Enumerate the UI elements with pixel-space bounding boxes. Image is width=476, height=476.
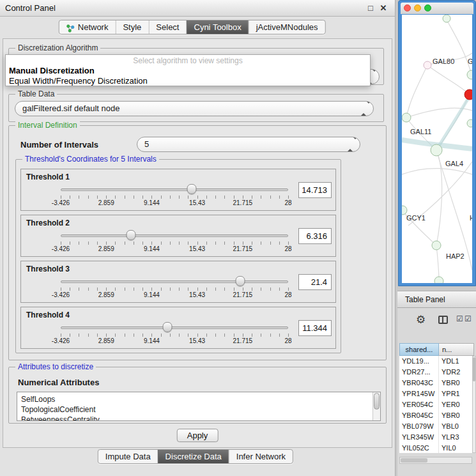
slider-handle[interactable] — [187, 184, 197, 194]
list-item[interactable]: SelfLoops — [17, 394, 380, 404]
node[interactable] — [443, 15, 450, 22]
columns-icon[interactable] — [438, 316, 448, 324]
threshold-2-value-field[interactable] — [298, 228, 332, 244]
selected-node[interactable] — [464, 89, 472, 100]
cell[interactable]: YIL0 — [439, 443, 471, 453]
scale-label: 21.715 — [233, 337, 253, 344]
number-of-intervals-combobox[interactable]: 5 — [137, 137, 360, 152]
slider-scale: -3.426 2.859 9.144 15.43 21.715 28 — [61, 337, 288, 345]
cell[interactable]: YLR345W — [399, 432, 439, 443]
tab-discretize-data[interactable]: Discretize Data — [158, 450, 229, 463]
cell[interactable]: YER0 — [439, 399, 471, 410]
table-row[interactable]: YLR345WYLR3 — [399, 432, 472, 443]
window-title: Control Panel — [5, 0, 56, 16]
threshold-1-slider[interactable] — [61, 183, 288, 195]
titlebar: Control Panel □ ✕ — [0, 0, 395, 17]
slider-track[interactable] — [61, 326, 288, 329]
node[interactable] — [467, 119, 472, 127]
table-row[interactable]: YDR27...YDR2 — [399, 367, 472, 378]
scrollbar-thumb[interactable] — [401, 458, 427, 463]
threshold-4-slider[interactable] — [61, 321, 288, 333]
table-row[interactable]: YIL052CYIL0 — [399, 443, 472, 453]
threshold-3-panel: Threshold 3 -3.426 2.859 9.144 15.43 21.… — [20, 261, 336, 303]
slider-handle[interactable] — [163, 322, 173, 332]
table-data-combobox[interactable]: galFiltered.sif default node — [15, 101, 374, 116]
scale-label: 28 — [284, 199, 291, 206]
threshold-4-value-field[interactable] — [298, 320, 332, 336]
tab-infer-network[interactable]: Infer Network — [229, 450, 293, 463]
cell[interactable]: YBR045C — [399, 410, 439, 421]
zoom-traffic-light-icon[interactable] — [424, 4, 431, 12]
scrollbar-thumb[interactable] — [374, 393, 380, 410]
node[interactable] — [434, 277, 443, 283]
node[interactable] — [431, 144, 442, 156]
tab-impute-data[interactable]: Impute Data — [98, 450, 158, 463]
select-all-icon[interactable]: ☑ — [456, 314, 463, 323]
scale-label: 9.144 — [144, 199, 160, 206]
tab-style[interactable]: Style — [115, 20, 148, 34]
slider-track[interactable] — [61, 188, 288, 191]
network-canvas[interactable]: GAL80 GA GAL11 GAL4 GCY1 H HAP2 — [402, 15, 472, 283]
node[interactable] — [402, 113, 411, 122]
threshold-2-slider[interactable] — [61, 229, 288, 241]
close-traffic-light-icon[interactable] — [404, 4, 411, 12]
table-row[interactable]: YDL19...YDL1 — [399, 356, 472, 367]
minimize-traffic-light-icon[interactable] — [414, 4, 421, 12]
network-window-titlebar[interactable] — [401, 3, 473, 14]
close-icon[interactable]: ✕ — [378, 0, 388, 16]
group-title: Interval Definition — [15, 121, 80, 130]
dropdown-option-manual[interactable]: Manual Discretization — [6, 66, 370, 76]
slider-handle[interactable] — [236, 276, 245, 286]
node[interactable] — [402, 206, 407, 215]
cell[interactable]: YDL19... — [399, 356, 439, 367]
cell[interactable]: YDR27... — [399, 367, 439, 378]
slider-handle[interactable] — [127, 230, 136, 240]
node[interactable] — [424, 61, 431, 69]
tab-jactivemnodules[interactable]: jActiveMNodules — [249, 20, 325, 34]
select-mode-icon[interactable]: ☑ — [464, 314, 472, 323]
cell[interactable]: YBR0 — [439, 378, 471, 388]
slider-track[interactable] — [61, 280, 288, 283]
dropdown-option-equal-width[interactable]: Equal Width/Frequency Discretization — [6, 76, 370, 86]
column-header-name[interactable]: n... — [439, 343, 474, 356]
threshold-3-value-field[interactable] — [298, 274, 332, 290]
tab-network[interactable]: Network — [59, 20, 116, 34]
table-row[interactable]: YER054CYER0 — [399, 399, 472, 410]
cell[interactable]: YBL0 — [439, 421, 471, 432]
table-vertical-scrollbar[interactable] — [472, 356, 476, 453]
scale-label: 15.43 — [189, 337, 205, 344]
table-body[interactable]: YDL19...YDL1 YDR27...YDR2 YBR043CYBR0 YP… — [399, 356, 472, 453]
cell[interactable]: YDL1 — [439, 356, 471, 367]
table-horizontal-scrollbar[interactable] — [399, 457, 472, 464]
apply-button[interactable]: Apply — [177, 429, 219, 442]
cell[interactable]: YER054C — [399, 399, 439, 410]
cell[interactable]: YDR2 — [439, 367, 471, 378]
attributes-list[interactable]: SelfLoops TopologicalCoefficient Between… — [17, 392, 381, 421]
table-row[interactable]: YBL079WYBL0 — [399, 421, 472, 432]
scale-label: 28 — [284, 245, 291, 252]
node[interactable] — [467, 70, 472, 79]
list-scrollbar[interactable] — [372, 392, 380, 420]
gear-icon[interactable]: ⚙ — [416, 313, 426, 326]
table-row[interactable]: YBR043CYBR0 — [399, 378, 472, 388]
float-window-icon[interactable]: □ — [365, 0, 376, 16]
tab-cyni-toolbox[interactable]: Cyni Toolbox — [186, 20, 248, 34]
cell[interactable]: YBL079W — [399, 421, 439, 432]
cell[interactable]: YPR1 — [439, 388, 471, 399]
node[interactable] — [432, 241, 441, 250]
cell[interactable]: YIL052C — [399, 443, 439, 453]
cell[interactable]: YPR145W — [399, 388, 439, 399]
column-header-shared-name[interactable]: shared... — [399, 343, 439, 356]
threshold-1-value-field[interactable] — [298, 182, 332, 198]
cell[interactable]: YLR3 — [439, 432, 471, 443]
threshold-3-slider[interactable] — [61, 275, 288, 287]
list-item[interactable]: TopologicalCoefficient — [17, 404, 380, 415]
tab-select[interactable]: Select — [148, 20, 186, 34]
table-row[interactable]: YPR145WYPR1 — [399, 388, 472, 399]
table-row[interactable]: YBR045CYBR0 — [399, 410, 472, 421]
scrollbar-thumb[interactable] — [473, 357, 475, 381]
slider-track[interactable] — [61, 234, 288, 237]
cell[interactable]: YBR0 — [439, 410, 471, 421]
list-item[interactable]: BetweennessCentrality — [17, 415, 380, 421]
cell[interactable]: YBR043C — [399, 378, 439, 388]
